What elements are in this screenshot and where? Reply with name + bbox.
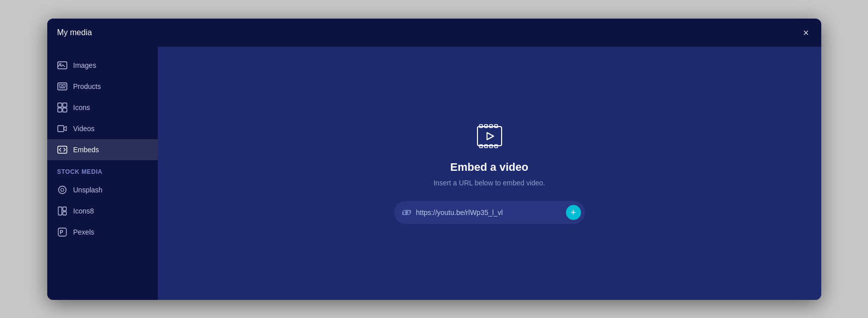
sidebar-item-unsplash[interactable]: Unsplash xyxy=(47,179,158,200)
svg-text:P: P xyxy=(60,230,63,235)
sidebar-item-unsplash-label: Unsplash xyxy=(73,186,103,194)
modal-title: My media xyxy=(57,28,92,37)
sidebar-item-embeds-label: Embeds xyxy=(73,146,99,154)
sidebar-item-icons-label: Icons xyxy=(73,103,90,112)
url-add-button[interactable]: + xyxy=(566,205,581,220)
sidebar-item-icons8[interactable]: Icons8 xyxy=(47,200,158,222)
sidebar-item-images-label: Images xyxy=(73,61,97,69)
link-icon xyxy=(402,210,411,215)
sidebar-item-videos[interactable]: Videos xyxy=(47,118,158,139)
stock-media-section-label: Stock media xyxy=(47,160,158,179)
sidebar: Images Products xyxy=(47,47,158,300)
media-modal: My media × Images xyxy=(47,19,821,300)
sidebar-item-icons[interactable]: Icons xyxy=(47,97,158,118)
sidebar-item-videos-label: Videos xyxy=(73,125,95,133)
products-icon xyxy=(57,81,67,91)
embed-subtitle: Insert a URL below to embed video. xyxy=(433,179,545,187)
svg-rect-19 xyxy=(477,127,502,146)
sidebar-item-icons8-label: Icons8 xyxy=(73,207,94,215)
svg-rect-8 xyxy=(58,108,62,112)
svg-rect-6 xyxy=(58,103,62,107)
sidebar-item-products[interactable]: Products xyxy=(47,76,158,97)
svg-rect-10 xyxy=(58,126,64,132)
url-input[interactable] xyxy=(416,208,561,217)
sidebar-item-pexels[interactable]: P Pexels xyxy=(47,222,158,243)
modal-body: Images Products xyxy=(47,47,821,300)
svg-rect-3 xyxy=(59,84,62,86)
sidebar-item-images[interactable]: Images xyxy=(47,55,158,76)
url-input-row: + xyxy=(394,201,585,224)
svg-rect-15 xyxy=(63,207,66,211)
svg-rect-5 xyxy=(59,87,65,88)
main-content-area: Embed a video Insert a URL below to embe… xyxy=(158,47,821,300)
icons8-icon xyxy=(57,206,67,216)
svg-rect-7 xyxy=(63,103,67,107)
sidebar-item-pexels-label: Pexels xyxy=(73,228,94,236)
svg-rect-4 xyxy=(63,84,65,86)
images-icon xyxy=(57,60,67,70)
svg-point-12 xyxy=(58,186,66,193)
sidebar-item-embeds[interactable]: Embeds xyxy=(47,139,158,160)
unsplash-icon xyxy=(57,185,67,195)
svg-point-13 xyxy=(61,188,64,191)
svg-rect-16 xyxy=(63,211,66,215)
svg-rect-9 xyxy=(63,108,67,112)
close-button[interactable]: × xyxy=(801,26,811,40)
icons-icon xyxy=(57,102,67,113)
videos-icon xyxy=(57,124,67,134)
embed-video-icon xyxy=(473,123,506,151)
modal-header: My media × xyxy=(47,19,821,47)
embeds-icon xyxy=(57,145,67,155)
embed-title: Embed a video xyxy=(450,161,528,174)
svg-rect-14 xyxy=(58,207,62,215)
pexels-icon: P xyxy=(57,227,67,237)
sidebar-item-products-label: Products xyxy=(73,82,101,90)
